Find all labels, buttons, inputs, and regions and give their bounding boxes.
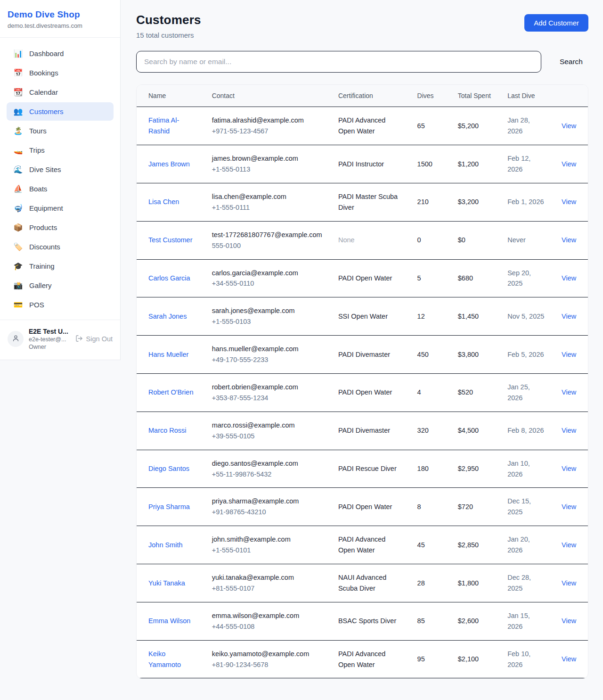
last-dive-cell: Jan 15, 2026 <box>500 602 554 640</box>
customer-name-link[interactable]: Fatima Al-Rashid <box>148 116 179 135</box>
view-link[interactable]: View <box>562 122 576 130</box>
view-link[interactable]: View <box>562 579 576 587</box>
view-link[interactable]: View <box>562 351 576 358</box>
sidebar-item-gallery[interactable]: 📸 Gallery <box>7 276 114 295</box>
search-input[interactable] <box>136 51 541 73</box>
sidebar-item-bookings[interactable]: 📅 Bookings <box>7 64 114 82</box>
customer-name-link[interactable]: Hans Mueller <box>148 351 188 358</box>
view-link[interactable]: View <box>562 617 576 625</box>
user-email: e2e-tester@... <box>29 336 70 343</box>
view-link[interactable]: View <box>562 274 576 282</box>
sidebar-item-dive-sites[interactable]: 🌊 Dive Sites <box>7 160 114 179</box>
customer-name-link[interactable]: Test Customer <box>148 236 192 244</box>
camera-icon: 📸 <box>13 281 23 290</box>
last-dive-cell: Dec 28, 2025 <box>500 564 554 602</box>
sidebar-item-label: Training <box>29 262 55 270</box>
customer-name-link[interactable]: Yuki Tanaka <box>148 579 185 587</box>
sign-out-button[interactable]: Sign Out <box>75 335 113 344</box>
column-header-name: Name <box>137 85 204 107</box>
view-link[interactable]: View <box>562 427 576 434</box>
certification-cell: PADI Master Scuba Diver <box>331 183 410 221</box>
page: Demo Dive Shop demo.test.divestreams.com… <box>0 0 603 693</box>
sidebar-item-training[interactable]: 🎓 Training <box>7 257 114 275</box>
sidebar-item-pos[interactable]: 💳 POS <box>7 296 114 314</box>
people-icon: 👥 <box>13 107 23 116</box>
certification-cell: BSAC Sports Diver <box>331 602 410 640</box>
view-link[interactable]: View <box>562 541 576 549</box>
certification-cell: NAUI Advanced Scuba Diver <box>331 564 410 602</box>
bar-chart-icon: 📊 <box>13 49 23 58</box>
table-row: Sarah Jones sarah.jones@example.com +1-5… <box>137 297 588 336</box>
title-block: Customers 15 total customers <box>136 13 201 39</box>
sidebar-item-discounts[interactable]: 🏷️ Discounts <box>7 238 114 256</box>
calendar-date-icon: 📅 <box>13 68 23 77</box>
view-link[interactable]: View <box>562 503 576 511</box>
dives-cell: 0 <box>410 221 450 259</box>
total-spent-cell: $2,950 <box>450 450 500 488</box>
sidebar-item-label: Dive Sites <box>29 165 61 173</box>
customer-name-link[interactable]: Sarah Jones <box>148 313 187 320</box>
customer-name-link[interactable]: Priya Sharma <box>148 503 190 511</box>
sidebar-item-calendar[interactable]: 📆 Calendar <box>7 83 114 101</box>
customer-phone: +1-555-0103 <box>212 316 323 327</box>
contact-cell: yuki.tanaka@example.com +81-555-0107 <box>204 564 331 602</box>
search-button[interactable]: Search <box>554 54 588 70</box>
sidebar-item-dashboard[interactable]: 📊 Dashboard <box>7 44 114 63</box>
view-link[interactable]: View <box>562 655 576 663</box>
total-spent-cell: $720 <box>450 488 500 526</box>
user-info: E2E Test U... e2e-tester@... Owner <box>29 328 70 350</box>
sidebar-item-products[interactable]: 📦 Products <box>7 218 114 237</box>
page-header: Customers 15 total customers Add Custome… <box>136 13 588 39</box>
view-link[interactable]: View <box>562 160 576 168</box>
dives-cell: 1500 <box>410 145 450 183</box>
customer-phone: +39-555-0105 <box>212 431 323 442</box>
dives-cell: 65 <box>410 107 450 145</box>
customer-name-link[interactable]: John Smith <box>148 541 183 549</box>
sidebar-item-trips[interactable]: 🚤 Trips <box>7 141 114 159</box>
customer-email: robert.obrien@example.com <box>212 382 323 393</box>
customers-table: Name Contact Certification Dives Total S… <box>137 85 588 678</box>
customer-email: john.smith@example.com <box>212 534 323 545</box>
customer-name-link[interactable]: James Brown <box>148 160 190 168</box>
add-customer-button[interactable]: Add Customer <box>524 14 588 32</box>
customer-name-link[interactable]: Robert O'Brien <box>148 388 193 396</box>
view-link[interactable]: View <box>562 465 576 472</box>
last-dive-cell: Jan 10, 2026 <box>500 450 554 488</box>
customer-phone: +34-555-0110 <box>212 278 323 289</box>
customer-name-link[interactable]: Carlos Garcia <box>148 274 190 282</box>
customer-email: test-1772681807767@example.com <box>212 230 323 240</box>
customer-phone: +81-90-1234-5678 <box>212 659 323 670</box>
sidebar-item-equipment[interactable]: 🤿 Equipment <box>7 199 114 217</box>
customer-name-link[interactable]: Diego Santos <box>148 465 189 472</box>
customer-phone: +353-87-555-1234 <box>212 393 323 404</box>
sidebar: Demo Dive Shop demo.test.divestreams.com… <box>0 0 121 360</box>
certification-cell: PADI Divemaster <box>331 412 410 450</box>
contact-cell: sarah.jones@example.com +1-555-0103 <box>204 297 331 336</box>
table-row: John Smith john.smith@example.com +1-555… <box>137 526 588 564</box>
customer-name-link[interactable]: Lisa Chen <box>148 198 179 206</box>
sidebar-item-tours[interactable]: 🏝️ Tours <box>7 122 114 140</box>
column-header-dives: Dives <box>410 85 450 107</box>
contact-cell: james.brown@example.com +1-555-0113 <box>204 145 331 183</box>
sidebar-item-customers[interactable]: 👥 Customers <box>7 102 114 121</box>
total-spent-cell: $5,200 <box>450 107 500 145</box>
main-content: Customers 15 total customers Add Custome… <box>121 0 603 693</box>
diving-mask-icon: 🤿 <box>13 204 23 213</box>
customer-name-link[interactable]: Emma Wilson <box>148 617 190 625</box>
total-spent-cell: $680 <box>450 259 500 297</box>
view-link[interactable]: View <box>562 313 576 320</box>
total-spent-cell: $1,200 <box>450 145 500 183</box>
view-link[interactable]: View <box>562 198 576 206</box>
customer-name-link[interactable]: Marco Rossi <box>148 427 187 434</box>
certification-cell: PADI Open Water <box>331 488 410 526</box>
last-dive-cell: Feb 12, 2026 <box>500 145 554 183</box>
view-link[interactable]: View <box>562 388 576 396</box>
table-row: Priya Sharma priya.sharma@example.com +9… <box>137 488 588 526</box>
view-link[interactable]: View <box>562 236 576 244</box>
sidebar-item-boats[interactable]: ⛵ Boats <box>7 180 114 198</box>
sign-out-label: Sign Out <box>86 335 113 343</box>
shop-title[interactable]: Demo Dive Shop <box>8 9 113 20</box>
customer-phone: +91-98765-43210 <box>212 507 323 518</box>
customer-name-link[interactable]: Keiko Yamamoto <box>148 650 181 668</box>
contact-cell: keiko.yamamoto@example.com +81-90-1234-5… <box>204 640 331 678</box>
